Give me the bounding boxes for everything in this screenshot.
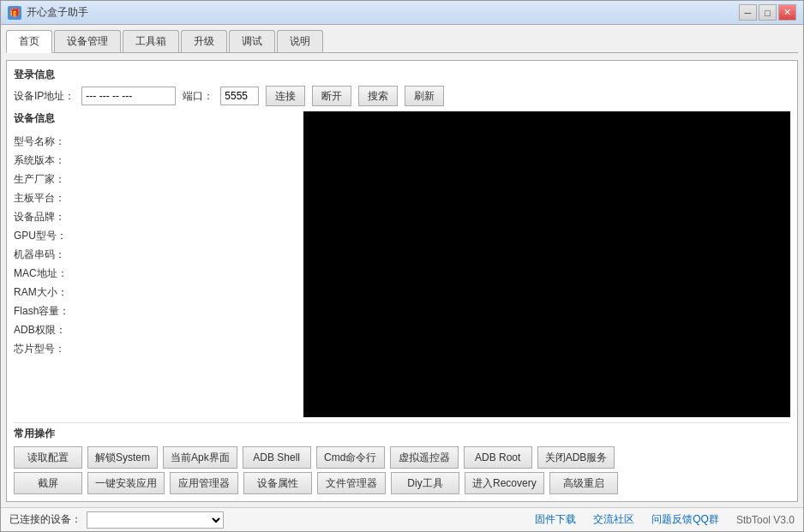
window-title: 开心盒子助手 <box>27 5 739 20</box>
info-row-gpu: GPU型号： <box>14 227 297 244</box>
btn-device-props[interactable]: 设备属性 <box>243 472 312 494</box>
label-model: 型号名称： <box>14 134 82 149</box>
device-info-panel: 设备信息 型号名称： 系统版本： 生产厂家： <box>14 111 297 417</box>
actions-row-1: 读取配置 解锁System 当前Apk界面 ADB Shell Cmd命令行 虚… <box>14 446 790 469</box>
title-bar: 🎁 开心盒子助手 ─ □ ✕ <box>1 1 803 25</box>
link-community[interactable]: 交流社区 <box>593 512 634 527</box>
info-row-manufacturer: 生产厂家： <box>14 170 297 188</box>
tab-debug[interactable]: 调试 <box>229 30 275 52</box>
version-label: StbTool V3.0 <box>736 514 795 526</box>
tab-toolbox[interactable]: 工具箱 <box>123 30 179 52</box>
info-row-chip: 芯片型号： <box>14 340 297 357</box>
status-links: 固件下载 交流社区 问题反馈QQ群 <box>535 512 719 527</box>
actions-row-2: 截屏 一键安装应用 应用管理器 设备属性 文件管理器 Diy工具 进入Recov… <box>14 472 790 494</box>
actions-section: 常用操作 读取配置 解锁System 当前Apk界面 ADB Shell Cmd… <box>14 422 790 494</box>
maximize-button[interactable]: □ <box>759 4 777 21</box>
main-window: 🎁 开心盒子助手 ─ □ ✕ 首页 设备管理 工具箱 升级 调试 说明 登录信息… <box>0 0 804 532</box>
info-row-ram: RAM大小： <box>14 284 297 301</box>
login-section: 登录信息 设备IP地址： 端口： 连接 断开 搜索 刷新 <box>14 68 790 106</box>
refresh-button[interactable]: 刷新 <box>405 86 444 106</box>
info-row-flash: Flash容量： <box>14 302 297 320</box>
btn-enter-recovery[interactable]: 进入Recovery <box>465 472 544 494</box>
btn-app-manager[interactable]: 应用管理器 <box>170 472 238 494</box>
label-flash: Flash容量： <box>14 304 82 319</box>
btn-close-adb[interactable]: 关闭ADB服务 <box>537 446 615 469</box>
info-row-mac: MAC地址： <box>14 265 297 282</box>
tab-home[interactable]: 首页 <box>6 30 52 53</box>
btn-adb-shell[interactable]: ADB Shell <box>243 446 311 469</box>
label-manufacturer: 生产厂家： <box>14 172 82 187</box>
label-ram: RAM大小： <box>14 285 82 300</box>
btn-current-apk[interactable]: 当前Apk界面 <box>163 446 237 469</box>
tab-help[interactable]: 说明 <box>277 30 323 52</box>
label-serial: 机器串码： <box>14 248 82 262</box>
label-chip: 芯片型号： <box>14 342 82 356</box>
device-preview-area: 设备信息 型号名称： 系统版本： 生产厂家： <box>14 111 790 417</box>
content-area: 首页 设备管理 工具箱 升级 调试 说明 登录信息 设备IP地址： 端口： 连接… <box>1 25 803 507</box>
info-row-os: 系统版本： <box>14 152 297 169</box>
disconnect-button[interactable]: 断开 <box>312 86 351 106</box>
label-brand: 设备品牌： <box>14 210 82 224</box>
btn-diy-tools[interactable]: Diy工具 <box>391 472 459 494</box>
main-panel: 登录信息 设备IP地址： 端口： 连接 断开 搜索 刷新 设备信息 <box>6 60 798 502</box>
app-icon: 🎁 <box>8 6 21 20</box>
connect-button[interactable]: 连接 <box>266 86 305 106</box>
tab-device-management[interactable]: 设备管理 <box>54 30 121 52</box>
ip-label: 设备IP地址： <box>14 89 75 104</box>
actions-grid: 读取配置 解锁System 当前Apk界面 ADB Shell Cmd命令行 虚… <box>14 446 790 494</box>
label-gpu: GPU型号： <box>14 229 82 243</box>
info-row-serial: 机器串码： <box>14 246 297 263</box>
label-os: 系统版本： <box>14 153 82 168</box>
window-controls: ─ □ ✕ <box>739 4 796 21</box>
btn-cmd[interactable]: Cmd命令行 <box>316 446 385 469</box>
device-info-title: 设备信息 <box>14 111 297 126</box>
tab-upgrade[interactable]: 升级 <box>181 30 227 52</box>
btn-read-config[interactable]: 读取配置 <box>14 446 82 469</box>
btn-unlock-system[interactable]: 解锁System <box>87 446 158 469</box>
login-row: 设备IP地址： 端口： 连接 断开 搜索 刷新 <box>14 86 790 106</box>
port-label: 端口： <box>183 89 213 104</box>
status-left: 已连接的设备： <box>9 511 535 529</box>
ip-input[interactable] <box>81 87 176 105</box>
close-button[interactable]: ✕ <box>778 4 796 21</box>
btn-advanced-reboot[interactable]: 高级重启 <box>549 472 618 494</box>
label-adb-perm: ADB权限： <box>14 323 82 338</box>
btn-virtual-remote[interactable]: 虚拟遥控器 <box>390 446 459 469</box>
port-input[interactable] <box>220 87 259 105</box>
device-info-grid: 型号名称： 系统版本： 生产厂家： 主板平台： <box>14 133 297 357</box>
btn-one-click-install[interactable]: 一键安装应用 <box>87 472 165 494</box>
device-select[interactable] <box>87 511 224 529</box>
info-row-adb-perm: ADB权限： <box>14 321 297 338</box>
btn-adb-root[interactable]: ADB Root <box>464 446 532 469</box>
connected-label: 已连接的设备： <box>9 512 81 527</box>
label-mac: MAC地址： <box>14 266 82 281</box>
label-mainboard: 主板平台： <box>14 191 82 206</box>
actions-title: 常用操作 <box>14 427 790 441</box>
link-firmware[interactable]: 固件下载 <box>535 512 576 527</box>
info-row-mainboard: 主板平台： <box>14 189 297 206</box>
btn-file-manager[interactable]: 文件管理器 <box>317 472 386 494</box>
link-feedback[interactable]: 问题反馈QQ群 <box>651 512 719 527</box>
tab-bar: 首页 设备管理 工具箱 升级 调试 说明 <box>6 30 798 53</box>
info-row-model: 型号名称： <box>14 133 297 150</box>
preview-panel <box>303 111 790 417</box>
status-bar: 已连接的设备： 固件下载 交流社区 问题反馈QQ群 StbTool V3.0 <box>1 507 803 531</box>
minimize-button[interactable]: ─ <box>739 4 757 21</box>
login-section-title: 登录信息 <box>14 68 790 82</box>
btn-screenshot[interactable]: 截屏 <box>14 472 82 494</box>
info-row-brand: 设备品牌： <box>14 208 297 225</box>
search-button[interactable]: 搜索 <box>358 86 398 106</box>
